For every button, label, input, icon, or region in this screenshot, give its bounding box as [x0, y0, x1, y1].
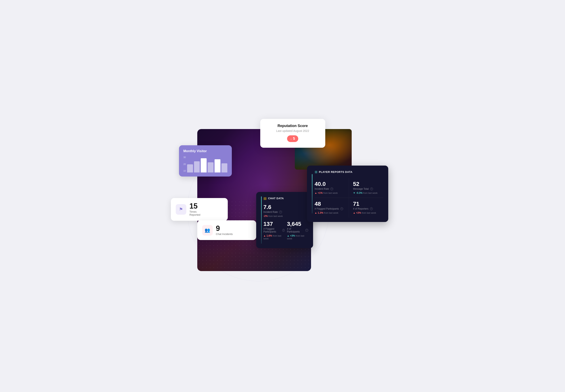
chat-incident-rate-change: -2% from last week [264, 215, 308, 218]
y-label-30: 30 [183, 156, 186, 158]
player-reporters-value: 71 [353, 201, 383, 207]
player-reporters: 71 # of Reporters ? ▲ +2% from last week [349, 198, 383, 218]
player-incident-rate-change: ▲ +1% from last week [315, 192, 345, 194]
player-reporters-label: # of Reporters ? [353, 207, 383, 210]
monthly-visitor-card: Monthly Visitor 30 20 10 [179, 145, 232, 177]
chat-participants-label: # of Participants ? [287, 227, 308, 233]
player-message-total: 52 Message Total ? ▼ -0.3% from last wee… [349, 178, 383, 198]
y-axis-labels: 30 20 10 [183, 156, 186, 172]
chat-data-header: ▤ CHAT DATA [264, 196, 308, 200]
incident-rate-info-icon: ? [279, 210, 282, 213]
chat-incident-rate-value: 7.6 [264, 204, 308, 210]
player-message-info: ? [370, 187, 373, 190]
flag-icon: ⚑ [179, 207, 183, 212]
player-flagged-change: ▲ 1.3% from last week [315, 211, 345, 214]
chat-flagged-change: ▲ 1.6% from last week [264, 234, 285, 240]
player-incident-info: ? [330, 187, 333, 190]
chat-flagged: 137 # Flagged Participants ? ▲ 1.6% from… [264, 221, 285, 240]
player-reports-header: ⊞ PLAYER REPORTS DATA [315, 170, 383, 174]
chat-flagged-label: # Flagged Participants ? [264, 227, 285, 233]
reputation-subtitle: Last updated August 2022 [266, 129, 320, 132]
times-reported-info: 15 TimesReported [190, 202, 200, 216]
player-flagged-label: # Flagged Participants ? [315, 207, 345, 210]
times-reported-card: ⚑ 15 TimesReported [171, 198, 228, 221]
chat-data-title: CHAT DATA [268, 197, 284, 200]
chat-incidents-card: 👥 9 Chat Incidents [197, 220, 256, 240]
player-incident-rate-label: Incident Rate ? [315, 187, 345, 190]
chat-participants-value: 3,645 [287, 221, 308, 227]
chat-incidents-label: Chat Incidents [216, 233, 233, 236]
chat-data-icon: ▤ [264, 196, 267, 200]
y-label-20: 20 [183, 163, 186, 165]
chat-participants: 3,645 # of Participants ? ▲ +3% from las… [287, 221, 308, 240]
monthly-visitor-chart: 30 20 10 [183, 156, 227, 172]
chat-incidents-number: 9 [216, 225, 233, 232]
scene: Reputation Score Last updated August 202… [171, 119, 394, 273]
flag-icon-box: ⚑ [176, 204, 186, 215]
arrow-down-icon: ↓ [290, 137, 292, 140]
chat-data-card: ▤ CHAT DATA 7.6 Incident Rate ? -2% from… [256, 192, 313, 248]
bar-chart [187, 156, 227, 172]
player-metrics-grid: 40.0 Incident Rate ? ▲ +1% from last wee… [315, 178, 383, 218]
participants-info-icon: ? [305, 229, 308, 232]
player-incident-rate-value: 40.0 [315, 181, 345, 187]
player-incident-rate: 40.0 Incident Rate ? ▲ +1% from last wee… [315, 178, 349, 198]
flagged-info-icon: ? [282, 229, 285, 232]
times-reported-label: TimesReported [190, 210, 200, 216]
monthly-visitor-title: Monthly Visitor [183, 149, 227, 153]
player-message-value: 52 [353, 181, 383, 187]
people-icon-box: 👥 [202, 225, 213, 236]
chat-incident-rate: 7.6 Incident Rate ? -2% from last week [264, 204, 308, 218]
times-reported-number: 15 [190, 202, 200, 210]
player-message-label: Message Total ? [353, 187, 383, 190]
player-reporters-info: ? [370, 207, 373, 210]
bar-4 [208, 162, 213, 172]
reputation-card: Reputation Score Last updated August 202… [260, 119, 325, 148]
chat-incident-rate-label: Incident Rate ? [264, 210, 308, 213]
chat-participants-change: ▲ +3% from last week [287, 234, 308, 240]
y-label-10: 10 [183, 170, 186, 172]
bar-6 [222, 163, 227, 172]
player-message-change: ▼ -0.3% from last week [353, 192, 383, 194]
bar-1 [187, 164, 193, 172]
player-reports-card: ⊞ PLAYER REPORTS DATA 40.0 Incident Rate… [307, 166, 388, 222]
bar-3 [201, 158, 207, 172]
reputation-score: 5 [293, 137, 295, 141]
player-flagged-value: 48 [315, 201, 345, 207]
chat-metrics-row: 137 # Flagged Participants ? ▲ 1.6% from… [264, 221, 308, 244]
player-flagged-info: ? [340, 207, 343, 210]
chat-flagged-value: 137 [264, 221, 285, 227]
player-flagged: 48 # Flagged Participants ? ▲ 1.3% from … [315, 198, 349, 218]
reputation-badge: ↓ 5 [287, 135, 298, 142]
reputation-title: Reputation Score [266, 124, 320, 128]
chat-incidents-info: 9 Chat Incidents [216, 225, 233, 236]
player-reporters-change: ▲ +2% from last week [353, 211, 383, 214]
people-icon: 👥 [205, 228, 210, 233]
bar-2 [194, 161, 200, 172]
player-reports-icon: ⊞ [315, 170, 317, 174]
player-teal-bar [312, 174, 312, 213]
bar-5 [215, 159, 221, 172]
player-reports-title: PLAYER REPORTS DATA [319, 170, 353, 173]
teal-bar [261, 196, 262, 244]
